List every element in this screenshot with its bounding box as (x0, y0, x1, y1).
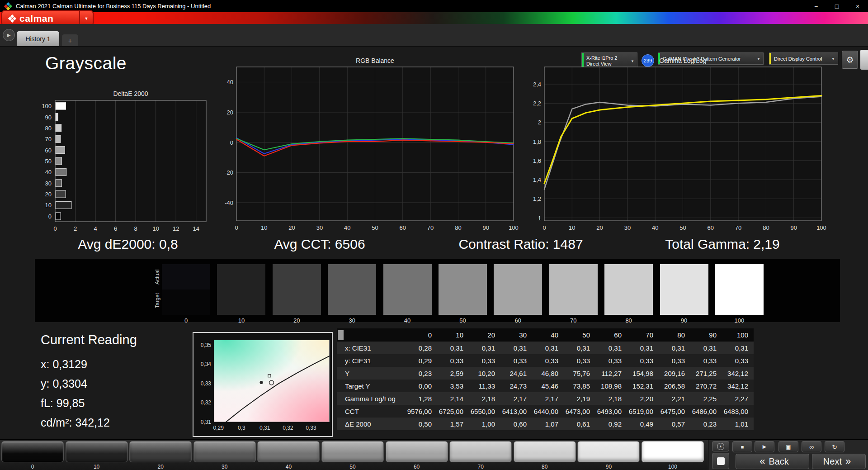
minimize-button[interactable]: − (806, 0, 826, 12)
calman-window: Calman 2021 Calman Ultimate for Business… (0, 0, 868, 470)
cie-chart: 0,290,30,310,320,330,310,320,330,340,35 (193, 333, 332, 436)
pattern-button-0[interactable] (1, 441, 64, 462)
svg-text:20: 20 (45, 191, 52, 198)
pattern-button-40[interactable] (257, 441, 320, 462)
next-chevron-icon: » (845, 456, 851, 467)
table-cell: 0,33 (626, 357, 658, 365)
pattern-button-60[interactable] (386, 441, 448, 462)
table-cell: 0,33 (721, 357, 753, 365)
close-button[interactable]: × (847, 0, 868, 12)
history-panel-arrow-button[interactable]: ▶ (3, 29, 15, 41)
actual-swatch-40 (383, 264, 432, 290)
grayscale-swatch-70: 70 (549, 264, 598, 315)
table-cell: 0,33 (468, 357, 500, 365)
table-row: Gamma Log/Log1,282,142,182,172,172,192,1… (337, 392, 754, 405)
pattern-button-100[interactable] (642, 441, 704, 462)
svg-text:1,4: 1,4 (533, 176, 541, 183)
pattern-button-80[interactable] (514, 441, 576, 462)
svg-text:80: 80 (763, 224, 769, 231)
swatch-level-label: 60 (494, 317, 542, 324)
svg-text:0,34: 0,34 (201, 361, 212, 367)
next-button[interactable]: Next » (812, 454, 866, 469)
settings-gear-button[interactable]: ⚙ (842, 51, 858, 69)
grayscale-swatch-50: 50 (439, 264, 487, 315)
table-col-header: 0 (405, 331, 436, 339)
svg-text:70: 70 (427, 224, 434, 231)
svg-text:14: 14 (193, 225, 199, 232)
table-cell: 0,33 (500, 357, 531, 365)
eject-button[interactable]: ▲ (712, 441, 729, 451)
svg-text:70: 70 (45, 136, 52, 142)
svg-text:40: 40 (344, 224, 350, 231)
swatch-level-label: 80 (604, 317, 653, 324)
table-cell: 2,18 (594, 395, 626, 403)
refresh-button[interactable]: ↻ (825, 441, 844, 452)
play-button[interactable]: ▶ (755, 441, 774, 452)
title-bar: Calman 2021 Calman Ultimate for Business… (0, 0, 868, 12)
transport-controls: ▲ ■ ▶ ▣ ∞ ↻ « Back (708, 440, 868, 470)
table-cell: 46,80 (531, 370, 563, 377)
target-row-label: Target (154, 289, 160, 312)
pattern-button-50[interactable] (321, 441, 384, 462)
table-cell: 45,46 (531, 382, 563, 390)
table-cell: 0,23 (405, 370, 436, 377)
table-cell: 24,61 (500, 370, 531, 377)
table-cell: 11,33 (468, 382, 500, 390)
grayscale-swatch-40: 40 (383, 264, 432, 315)
svg-text:70: 70 (735, 224, 741, 231)
pattern-button-30[interactable] (193, 441, 256, 462)
table-cell: 1,28 (405, 395, 436, 403)
pattern-button-10[interactable] (66, 441, 128, 462)
window-title: Calman 2021 Calman Ultimate for Business… (16, 3, 211, 9)
reading-y: y: 0,3304 (41, 374, 137, 394)
grayscale-swatch-80: 80 (604, 264, 653, 315)
eject-icon: ▲ (717, 443, 724, 450)
table-cell: 24,73 (500, 382, 531, 390)
pattern-window-button[interactable] (712, 453, 729, 469)
pattern-button-70[interactable] (449, 441, 512, 462)
target-swatch-10 (217, 290, 265, 315)
table-row: Target Y0,003,5311,3324,7345,4673,85108,… (337, 380, 754, 392)
table-cell: 0,31 (531, 344, 563, 352)
target-swatch-0 (162, 290, 210, 315)
table-col-header: 100 (721, 331, 753, 339)
table-row: ΔE 20000,501,571,000,601,070,610,920,490… (337, 418, 754, 430)
bottom-bar: 0102030405060708090100 ▲ ■ ▶ ▣ ∞ ↻ (0, 439, 868, 470)
table-cell: 0,31 (721, 344, 753, 352)
table-scroll-indicator[interactable] (338, 330, 344, 340)
table-col-header: 40 (531, 331, 563, 339)
svg-text:40: 40 (45, 169, 52, 176)
svg-text:60: 60 (400, 224, 406, 231)
refresh-icon: ↻ (832, 443, 837, 451)
swatch-level-label: 0 (162, 317, 210, 324)
pattern-button-90[interactable] (577, 441, 640, 462)
svg-text:6: 6 (114, 225, 117, 232)
back-button[interactable]: « Back (736, 454, 809, 469)
grayscale-swatch-0: 0 (162, 264, 210, 315)
svg-text:RGB Balance: RGB Balance (356, 57, 394, 64)
table-cell: 6413,00 (500, 408, 531, 415)
svg-text:2: 2 (74, 225, 77, 232)
save-button[interactable]: ▣ (778, 441, 798, 452)
actual-swatch-60 (494, 264, 542, 290)
tab-history-1[interactable]: History 1 (17, 31, 59, 46)
pattern-button-20[interactable] (129, 441, 192, 462)
stop-button[interactable]: ■ (732, 441, 752, 452)
table-row-label: Y (337, 367, 405, 380)
table-cell: 0,33 (689, 357, 721, 365)
current-reading-title: Current Reading (41, 332, 137, 347)
page-title: Grayscale (45, 53, 127, 73)
collapse-panel-handle[interactable] (860, 50, 868, 70)
add-tab-button[interactable]: + (62, 34, 78, 46)
target-swatch-20 (273, 290, 321, 315)
maximize-button[interactable]: □ (826, 0, 847, 12)
svg-text:10: 10 (45, 202, 52, 209)
table-cell: 0,23 (689, 420, 721, 428)
avg-cct-stat: Avg CCT: 6506 (274, 237, 365, 252)
actual-swatch-20 (273, 264, 321, 290)
play-icon: ▶ (763, 444, 766, 450)
infinity-icon: ∞ (809, 443, 814, 451)
svg-text:50: 50 (372, 224, 378, 231)
table-cell: 0,31 (468, 344, 500, 352)
continuous-measure-button[interactable]: ∞ (802, 441, 821, 452)
